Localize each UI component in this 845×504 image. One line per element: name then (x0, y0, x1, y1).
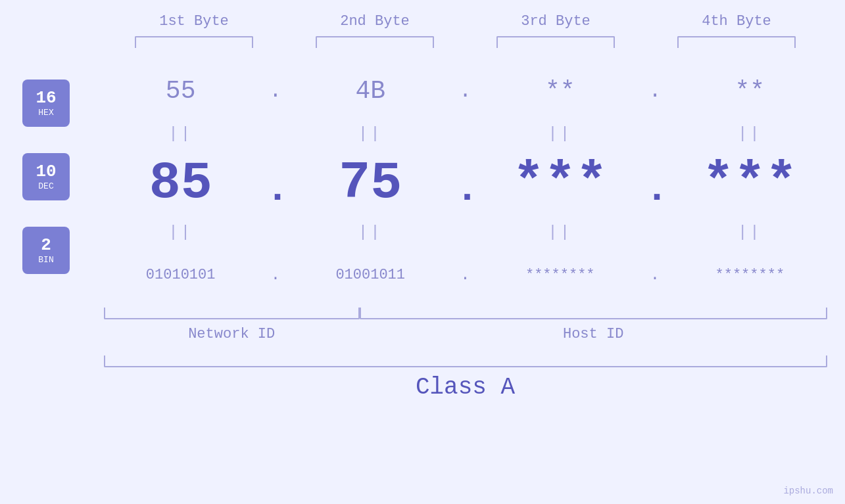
dec-val-3: *** (481, 153, 639, 213)
bin-dot-3: . (645, 266, 665, 284)
dec-values-row: 85 . 75 . *** . *** (85, 147, 845, 219)
values-grid: 55 . 4B . ** . ** || || || || 85 (85, 61, 845, 304)
equals-8: || (671, 223, 829, 241)
byte-header-4: 4th Byte (658, 13, 815, 30)
bin-badge-label: BIN (38, 255, 53, 265)
hex-dot-1: . (266, 79, 285, 103)
equals-1: || (102, 125, 260, 143)
hex-val-1: 55 (102, 77, 260, 105)
class-bracket (104, 355, 827, 367)
dec-badge-number: 10 (36, 162, 56, 181)
main-values-area: 16 HEX 10 DEC 2 BIN 55 . 4B (0, 61, 845, 304)
bin-dot-2: . (455, 266, 475, 284)
bracket-top-1 (115, 36, 273, 48)
equals-2: || (291, 125, 449, 143)
equals-row-2: || || || || (85, 219, 845, 245)
bracket-top-3 (477, 36, 635, 48)
byte-header-3: 3rd Byte (477, 13, 635, 30)
bottom-brackets-row (104, 308, 827, 319)
host-id-label: Host ID (360, 326, 827, 342)
hex-values-row: 55 . 4B . ** . ** (85, 61, 845, 120)
equals-7: || (481, 223, 639, 241)
network-bracket (104, 308, 360, 319)
hex-badge-number: 16 (36, 89, 56, 108)
bin-values-row: 01010101 . 01001011 . ******** . *******… (85, 245, 845, 304)
bracket-top-4 (658, 36, 815, 48)
equals-6: || (291, 223, 449, 241)
hex-dot-2: . (455, 79, 475, 103)
hex-val-4: ** (671, 77, 829, 105)
dec-badge-label: DEC (38, 181, 53, 191)
bracket-top-2 (296, 36, 454, 48)
badges-column: 16 HEX 10 DEC 2 BIN (0, 61, 85, 274)
dec-dot-2: . (455, 167, 475, 212)
bin-val-4: ******** (671, 267, 829, 283)
bin-val-1: 01010101 (102, 267, 260, 283)
class-label: Class A (104, 374, 827, 401)
bin-badge: 2 BIN (22, 227, 70, 274)
top-brackets-row (104, 36, 827, 48)
network-id-label: Network ID (104, 326, 360, 342)
dec-dot-3: . (645, 167, 665, 212)
main-container: 1st Byte 2nd Byte 3rd Byte 4th Byte 16 H… (0, 0, 845, 504)
hex-val-2: 4B (291, 77, 449, 105)
equals-5: || (102, 223, 260, 241)
hex-badge-label: HEX (38, 108, 53, 118)
class-section: Class A (104, 355, 827, 401)
id-labels-row: Network ID Host ID (104, 326, 827, 342)
equals-3: || (481, 125, 639, 143)
byte-header-1: 1st Byte (115, 13, 273, 30)
dec-badge: 10 DEC (22, 153, 70, 200)
bin-badge-number: 2 (41, 236, 51, 255)
bottom-section: Network ID Host ID (104, 308, 827, 342)
bin-val-2: 01001011 (291, 267, 449, 283)
hex-dot-3: . (645, 79, 665, 103)
bin-val-3: ******** (481, 267, 639, 283)
dec-dot-1: . (266, 167, 285, 212)
byte-header-2: 2nd Byte (296, 13, 454, 30)
equals-row-1: || || || || (85, 120, 845, 147)
equals-4: || (671, 125, 829, 143)
host-bracket (360, 308, 827, 319)
dec-val-1: 85 (102, 153, 260, 213)
dec-val-4: *** (671, 153, 829, 213)
hex-badge: 16 HEX (22, 80, 70, 127)
watermark: ipshu.com (783, 486, 833, 496)
bin-dot-1: . (266, 266, 285, 284)
hex-val-3: ** (481, 77, 639, 105)
dec-val-2: 75 (291, 153, 449, 213)
byte-headers-row: 1st Byte 2nd Byte 3rd Byte 4th Byte (104, 13, 827, 30)
